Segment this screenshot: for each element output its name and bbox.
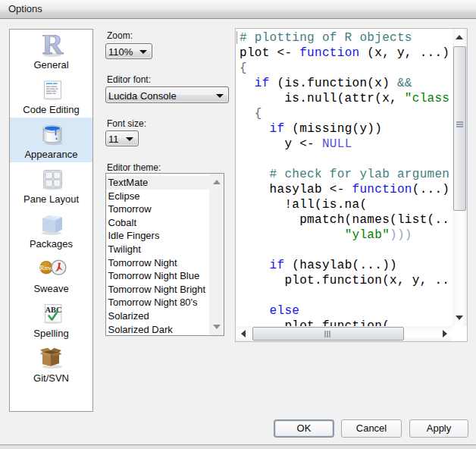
svg-text:ABC: ABC bbox=[45, 306, 61, 314]
svg-text:R: R bbox=[42, 35, 63, 60]
